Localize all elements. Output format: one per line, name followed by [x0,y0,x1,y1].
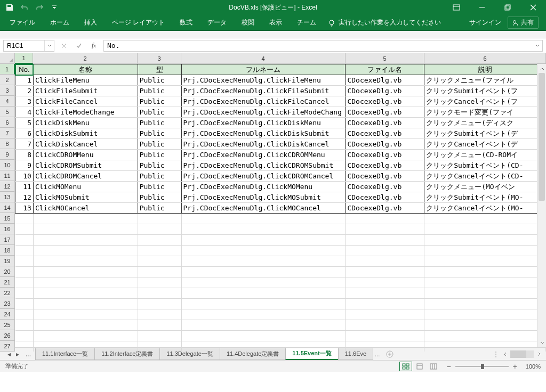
data-cell[interactable]: Public [138,182,181,192]
row-header[interactable]: 25 [0,320,15,330]
row-header[interactable]: 27 [0,341,15,352]
row-header[interactable]: 19 [0,256,15,266]
tab-formulas[interactable]: 数式 [172,15,200,31]
row-header[interactable]: 2 [0,75,15,85]
data-cell[interactable]: ClickCDROMMenu [33,150,138,160]
zoom-level[interactable]: 100% [526,363,541,370]
empty-cell[interactable] [15,224,34,235]
data-cell[interactable]: CDocexeDlg.vb [346,118,424,128]
empty-cell[interactable] [424,214,546,224]
empty-cell[interactable] [33,288,138,299]
data-cell[interactable]: ClickMOCancel [33,203,138,214]
data-cell[interactable]: Public [138,203,181,214]
row-header[interactable]: 13 [0,192,15,202]
data-cell[interactable]: クリックモード変更(ファイ [424,107,546,118]
empty-cell[interactable] [138,267,181,277]
data-cell[interactable]: Prj.CDocExecMenuDlg.ClickDiskCancel [181,139,346,150]
row-header[interactable]: 1 [0,64,15,75]
zoom-out-button[interactable]: − [446,362,451,371]
data-cell[interactable]: 4 [15,107,34,118]
data-cell[interactable]: ClickFileMenu [33,75,138,86]
column-header[interactable]: 2 [33,53,138,64]
zoom-slider[interactable] [455,366,509,367]
empty-cell[interactable] [424,288,546,299]
empty-cell[interactable] [138,341,181,352]
empty-cell[interactable] [181,331,346,341]
data-cell[interactable]: クリックSubmitイベント(MO- [424,192,546,203]
row-header[interactable]: 22 [0,288,15,298]
scrollbar-thumb[interactable] [539,73,545,201]
empty-cell[interactable] [181,256,346,267]
empty-cell[interactable] [346,214,424,224]
empty-cell[interactable] [346,224,424,235]
empty-cell[interactable] [138,299,181,309]
data-cell[interactable]: Prj.CDocExecMenuDlg.ClickMOMenu [181,182,346,192]
empty-cell[interactable] [15,320,34,331]
tab-home[interactable]: ホーム [43,15,77,31]
data-cell[interactable]: ClickDiskMenu [33,118,138,128]
empty-cell[interactable] [181,320,346,331]
empty-cell[interactable] [424,267,546,277]
empty-cell[interactable] [424,299,546,309]
data-cell[interactable]: Prj.CDocExecMenuDlg.ClickCDROMCancel [181,171,346,182]
data-cell[interactable]: Prj.CDocExecMenuDlg.ClickMOCancel [181,203,346,214]
data-cell[interactable]: Public [138,107,181,118]
empty-cell[interactable] [424,235,546,246]
close-button[interactable] [521,0,545,15]
row-header[interactable]: 14 [0,202,15,213]
data-cell[interactable]: Public [138,118,181,128]
data-cell[interactable]: 9 [15,160,34,171]
empty-cell[interactable] [33,331,138,341]
tab-team[interactable]: チーム [290,15,324,31]
zoom-in-button[interactable]: + [513,362,517,371]
data-cell[interactable]: クリックメニュー(ファイル [424,75,546,86]
data-cell[interactable]: CDocexeDlg.vb [346,203,424,214]
cell-grid[interactable]: No.名称型フルネームファイル名説明1ClickFileMenuPublicPr… [15,64,546,352]
row-header[interactable]: 17 [0,234,15,245]
header-cell[interactable]: 説明 [424,64,546,75]
qat-dropdown-icon[interactable] [50,3,59,12]
data-cell[interactable]: Prj.CDocExecMenuDlg.ClickCDROMSubmit [181,160,346,171]
column-header[interactable]: 1 [15,53,33,64]
data-cell[interactable]: ClickFileSubmit [33,86,138,96]
empty-cell[interactable] [138,309,181,320]
scroll-down-icon[interactable] [537,338,546,347]
row-header[interactable]: 21 [0,277,15,288]
empty-cell[interactable] [15,246,34,256]
empty-cell[interactable] [138,224,181,235]
data-cell[interactable]: クリックSubmitイベント(デ [424,128,546,139]
maximize-button[interactable] [496,0,519,15]
data-cell[interactable]: Prj.CDocExecMenuDlg.ClickFileMenu [181,75,346,86]
header-cell[interactable]: フルネーム [181,64,346,75]
data-cell[interactable]: Public [138,160,181,171]
data-cell[interactable]: ClickFileModeChange [33,107,138,118]
empty-cell[interactable] [33,214,138,224]
empty-cell[interactable] [346,235,424,246]
data-cell[interactable]: CDocexeDlg.vb [346,139,424,150]
empty-cell[interactable] [15,235,34,246]
data-cell[interactable]: CDocexeDlg.vb [346,150,424,160]
empty-cell[interactable] [346,256,424,267]
share-button[interactable]: 共有 [508,17,539,29]
data-cell[interactable]: クリックSubmitイベント(CD- [424,160,546,171]
row-header[interactable]: 9 [0,149,15,160]
empty-cell[interactable] [424,256,546,267]
header-cell[interactable]: No. [15,64,34,75]
data-cell[interactable]: CDocexeDlg.vb [346,182,424,192]
data-cell[interactable]: ClickDiskSubmit [33,128,138,139]
vertical-scrollbar[interactable] [537,64,546,347]
data-cell[interactable]: Prj.CDocExecMenuDlg.ClickCDROMMenu [181,150,346,160]
data-cell[interactable]: 11 [15,182,34,192]
empty-cell[interactable] [33,309,138,320]
page-layout-view-button[interactable] [413,362,426,371]
row-header[interactable]: 24 [0,309,15,320]
data-cell[interactable]: 1 [15,75,34,86]
empty-cell[interactable] [33,256,138,267]
empty-cell[interactable] [181,288,346,299]
data-cell[interactable]: CDocexeDlg.vb [346,86,424,96]
empty-cell[interactable] [33,267,138,277]
data-cell[interactable]: ClickFileCancel [33,96,138,107]
empty-cell[interactable] [33,235,138,246]
empty-cell[interactable] [138,256,181,267]
empty-cell[interactable] [346,277,424,288]
